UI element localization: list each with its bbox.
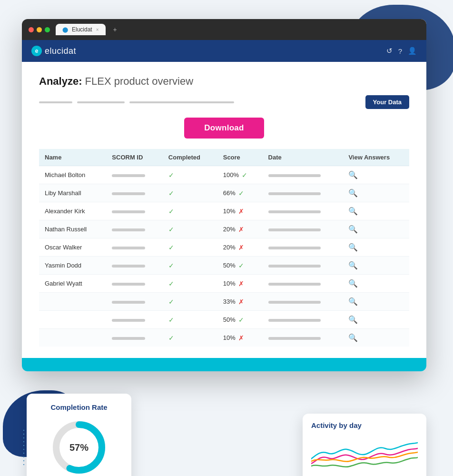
table-row: Michael Bolton✓100%✓🔍 <box>39 166 409 184</box>
table-head: Name SCORM ID Completed Score Date View … <box>39 149 409 166</box>
view-answers-icon[interactable]: 🔍 <box>348 316 358 324</box>
table-header-row: Name SCORM ID Completed Score Date View … <box>39 149 409 166</box>
view-answers-icon[interactable]: 🔍 <box>348 207 358 215</box>
date-bar <box>268 228 321 231</box>
logo-letter: e <box>35 48 39 54</box>
col-completed: Completed <box>163 149 217 166</box>
help-icon[interactable]: ? <box>398 47 402 55</box>
cell-completed: ✓ <box>163 166 217 184</box>
score-fail-icon: ✗ <box>238 334 244 342</box>
cell-view-answers[interactable]: 🔍 <box>343 238 409 257</box>
view-answers-icon[interactable]: 🔍 <box>348 334 358 342</box>
cell-view-answers[interactable]: 🔍 <box>343 257 409 275</box>
nav-bar: e elucidat ↺ ? 👤 <box>22 40 426 62</box>
nav-icons: ↺ ? 👤 <box>386 47 417 55</box>
title-bold: Analyze: <box>39 75 82 87</box>
cell-name: Oscar Walker <box>39 238 106 257</box>
check-icon: ✓ <box>168 262 174 269</box>
cell-score: 50%✓ <box>217 257 263 275</box>
view-answers-icon[interactable]: 🔍 <box>348 298 358 306</box>
browser-tab[interactable]: ⬤ Elucidat × <box>56 24 106 35</box>
activity-card: Activity by day —— —— <box>303 414 426 476</box>
cell-date <box>263 275 343 293</box>
cell-completed: ✓ <box>163 293 217 311</box>
cell-date <box>263 257 343 275</box>
cell-score: 33%✗ <box>217 293 263 311</box>
refresh-icon[interactable]: ↺ <box>386 47 393 55</box>
scorm-bar <box>112 228 145 231</box>
score-fail-icon: ✗ <box>238 226 244 233</box>
tab-close-button[interactable]: × <box>96 27 99 32</box>
cell-view-answers[interactable]: 🔍 <box>343 329 409 347</box>
score-cell: 20%✗ <box>223 226 257 233</box>
score-cell: 50%✓ <box>223 316 257 324</box>
page-title: Analyze: FLEX product overview <box>39 75 409 88</box>
cell-date <box>263 329 343 347</box>
cell-date <box>263 166 343 184</box>
score-value: 10% <box>223 208 236 215</box>
cell-view-answers[interactable]: 🔍 <box>343 293 409 311</box>
new-tab-button[interactable]: + <box>113 26 117 33</box>
dot-red[interactable] <box>29 27 34 32</box>
date-bar <box>268 174 321 177</box>
tab-segment-2[interactable] <box>77 101 125 103</box>
tab-title: Elucidat <box>72 26 92 33</box>
cell-name: Alexander Kirk <box>39 202 106 220</box>
cell-completed: ✓ <box>163 311 217 329</box>
view-answers-icon[interactable]: 🔍 <box>348 189 358 197</box>
score-value: 100% <box>223 171 239 178</box>
score-cell: 10%✗ <box>223 208 257 215</box>
tab-segment-3[interactable] <box>129 101 234 103</box>
your-data-button[interactable]: Your Data <box>365 95 409 109</box>
check-icon: ✓ <box>168 226 174 233</box>
score-pass-icon: ✓ <box>238 262 244 269</box>
dot-green[interactable] <box>45 27 50 32</box>
scorm-bar <box>112 283 145 286</box>
cell-view-answers[interactable]: 🔍 <box>343 166 409 184</box>
cell-scorm <box>106 238 162 257</box>
view-answers-icon[interactable]: 🔍 <box>348 261 358 269</box>
score-value: 50% <box>223 262 236 269</box>
view-answers-icon[interactable]: 🔍 <box>348 171 358 179</box>
tab-segment-1[interactable] <box>39 101 72 103</box>
cell-view-answers[interactable]: 🔍 <box>343 311 409 329</box>
cell-scorm <box>106 275 162 293</box>
date-bar <box>268 337 321 340</box>
dot-yellow[interactable] <box>37 27 42 32</box>
activity-chart <box>311 435 418 473</box>
date-bar <box>268 301 321 304</box>
check-icon: ✓ <box>168 244 174 251</box>
completion-card-title: Completion Rate <box>38 403 120 411</box>
check-icon: ✓ <box>168 208 174 215</box>
score-value: 20% <box>223 244 236 251</box>
date-bar <box>268 283 321 286</box>
cell-view-answers[interactable]: 🔍 <box>343 275 409 293</box>
score-value: 10% <box>223 280 236 287</box>
cell-view-answers[interactable]: 🔍 <box>343 220 409 238</box>
cell-view-answers[interactable]: 🔍 <box>343 184 409 202</box>
activity-svg <box>311 435 418 473</box>
table-row: Yasmin Dodd✓50%✓🔍 <box>39 257 409 275</box>
view-answers-icon[interactable]: 🔍 <box>348 279 358 288</box>
check-icon: ✓ <box>168 189 174 197</box>
score-cell: 66%✓ <box>223 189 257 197</box>
score-fail-icon: ✗ <box>238 280 244 288</box>
score-cell: 10%✗ <box>223 280 257 288</box>
view-answers-icon[interactable]: 🔍 <box>348 225 358 233</box>
view-answers-icon[interactable]: 🔍 <box>348 243 358 251</box>
score-cell: 20%✗ <box>223 244 257 251</box>
cell-name <box>39 293 106 311</box>
cell-completed: ✓ <box>163 275 217 293</box>
table-row: Oscar Walker✓20%✗🔍 <box>39 238 409 257</box>
user-icon[interactable]: 👤 <box>408 47 417 55</box>
score-cell: 50%✓ <box>223 262 257 269</box>
nav-logo[interactable]: e elucidat <box>31 46 76 56</box>
date-bar <box>268 210 321 213</box>
check-icon: ✓ <box>168 171 174 179</box>
cell-score: 50%✓ <box>217 311 263 329</box>
scorm-bar <box>112 337 145 340</box>
cell-view-answers[interactable]: 🔍 <box>343 202 409 220</box>
scorm-bar <box>112 301 145 304</box>
download-button[interactable]: Download <box>184 118 264 139</box>
score-pass-icon: ✓ <box>238 189 244 197</box>
